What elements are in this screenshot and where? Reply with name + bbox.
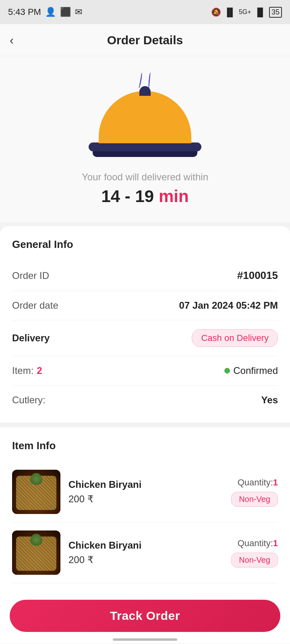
quantity-label-1: Quantity:1 [238,477,278,488]
cash-on-delivery-badge: Cash on Delivery [192,329,278,347]
delivery-subtitle: Your food will delivered within [82,171,208,183]
status-bar: 5:43 PM 👤 ⬛ ✉ 🔕 ▐▌ 5G+ ▐▌ 35 [0,0,290,24]
delivery-label: Delivery [12,332,50,344]
list-item: Chicken Biryani 200 ₹ Quantity:1 Non-Veg [12,462,278,522]
non-veg-badge-1: Non-Veg [231,492,278,507]
back-button[interactable]: ‹ [10,33,14,47]
cloche-dome [99,91,191,143]
biryani-garnish-2 [30,534,42,546]
steam-line-2 [148,72,151,89]
page-title: Order Details [107,33,183,47]
home-indicator [113,638,177,641]
confirmed-dot [224,368,230,374]
biryani-bg-1 [12,470,60,514]
order-id-value: #100015 [237,269,278,282]
status-square-icon: ⬛ [60,7,71,17]
food-details-2: Chicken Biryani 200 ₹ [68,540,223,566]
biryani-garnish-1 [30,473,42,485]
quantity-label-2: Quantity:1 [238,538,278,549]
item-count-group: Item: 2 [12,365,42,376]
food-price-1: 200 ₹ [68,493,223,505]
status-mail-icon: ✉ [75,7,82,17]
cloche-base [89,142,201,151]
quantity-value-2: 1 [273,538,278,548]
network-5g-icon: 5G+ [239,8,251,16]
food-meta-1: Quantity:1 Non-Veg [231,477,278,507]
cloche-plate [93,151,197,157]
item-count-value: 2 [37,365,42,376]
track-order-container: Track Order [0,593,290,644]
food-name-1: Chicken Biryani [68,479,223,490]
hero-section: Your food will delivered within 14 - 19 … [0,56,290,222]
delivery-row: Delivery Cash on Delivery [12,320,278,356]
status-text: Confirmed [233,365,278,376]
status-bar-right: 🔕 ▐▌ 5G+ ▐▌ 35 [211,7,282,18]
item-info-title: Item Info [12,440,278,452]
cutlery-value: Yes [261,394,278,406]
cutlery-label: Cutlery: [12,394,46,406]
order-id-row: Order ID #100015 [12,260,278,291]
order-date-row: Order date 07 Jan 2024 05:42 PM [12,291,278,320]
general-info-title: General Info [12,238,278,251]
general-info-card: General Info Order ID #100015 Order date… [0,226,290,423]
item-label: Item: [12,365,33,376]
items-status-row: Item: 2 Confirmed [12,356,278,386]
track-order-button[interactable]: Track Order [10,600,280,632]
delivery-time: 14 - 19 min [101,187,188,206]
non-veg-badge-2: Non-Veg [231,553,278,568]
list-item: Chicken Biryani 200 ₹ Quantity:1 Non-Veg [12,522,278,583]
quantity-value-1: 1 [273,477,278,487]
order-id-label: Order ID [12,270,49,281]
food-details-1: Chicken Biryani 200 ₹ [68,479,223,505]
steam-line-1 [138,72,143,89]
status-bar-left: 5:43 PM 👤 ⬛ ✉ [8,7,82,17]
food-price-2: 200 ₹ [68,554,223,566]
food-image-1 [12,470,60,514]
delivery-time-range: 14 - 19 [101,187,154,206]
order-status-badge: Confirmed [224,365,278,376]
delivery-unit: min [159,187,189,206]
biryani-bg-2 [12,530,60,575]
page-header: ‹ Order Details [0,24,290,56]
food-image-2 [12,530,60,575]
status-person-icon: 👤 [45,7,56,17]
signal-icon: ▐▌ [224,8,236,17]
mute-icon: 🔕 [211,7,221,17]
status-time: 5:43 PM [8,7,41,17]
order-date-value: 07 Jan 2024 05:42 PM [179,300,278,311]
battery-icon: 35 [269,7,282,18]
signal2-icon: ▐▌ [255,8,266,17]
cutlery-row: Cutlery: Yes [12,386,278,415]
food-name-2: Chicken Biryani [68,540,223,551]
order-date-label: Order date [12,300,58,311]
food-cloche-illustration [89,68,201,157]
food-meta-2: Quantity:1 Non-Veg [231,538,278,568]
